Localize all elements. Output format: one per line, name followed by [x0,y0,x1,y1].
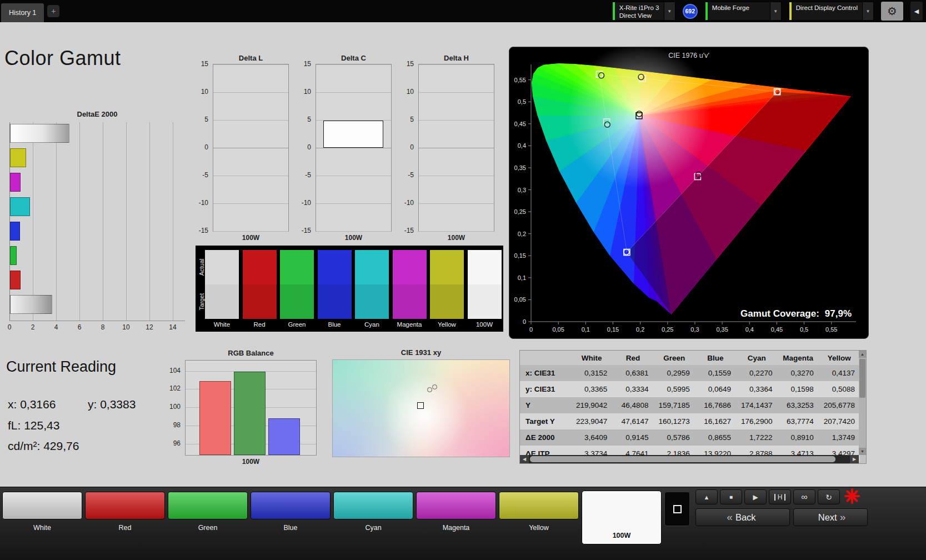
display-control-dropdown[interactable]: Direct Display Control ▼ [789,2,874,21]
next-button[interactable]: Next » [793,508,868,526]
swatch-target-blue [318,284,352,319]
white-swatch [2,492,82,519]
tick-label: 0,1 [582,326,590,333]
gridline [316,203,391,204]
gridline [316,176,391,176]
tick-label: 0 [193,143,208,151]
delta-h-title: Delta H [418,54,494,62]
back-button[interactable]: « Back [695,508,790,526]
table-cell: 63,7774 [777,413,818,429]
pattern-button-blue[interactable]: Blue [251,492,331,532]
swatch-label-cyan: Cyan [355,321,389,328]
source-dropdown[interactable]: Mobile Forge ▼ [705,2,782,21]
horizontal-scroll-thumb[interactable] [530,456,835,462]
row-label: x: CIE31 [520,365,571,381]
deltae2000-xaxis: 02468101214 [9,323,185,331]
pattern-button-100w[interactable]: 100W [582,491,662,544]
tick-label: 6 [74,323,85,331]
up-icon: ▲ [704,494,710,501]
tick-label: 15 [398,60,414,68]
pattern-button-magenta[interactable]: Magenta [416,492,496,532]
chevron-down-icon[interactable]: ▼ [770,2,781,20]
repeat-icon: ↻ [825,493,832,502]
swatch-actual-green [280,250,314,284]
pattern-button-white[interactable]: White [2,492,82,532]
chevron-down-icon[interactable]: ▼ [862,2,873,20]
pause-h-button[interactable]: H [769,489,791,504]
gridline [419,64,494,65]
history-tab[interactable]: History 1 [1,3,44,22]
swatch-target-white [205,284,239,319]
swatch-actual-blue [318,250,352,284]
scroll-up-button[interactable]: ▲ [859,351,866,358]
pause-h-icon: H [774,494,786,501]
pattern-button-cyan[interactable]: Cyan [333,492,413,532]
row-label: y: CIE31 [520,381,571,397]
table-cell: 0,4137 [819,365,860,381]
gamut-coverage: Gamut Coverage:97,9% [740,308,852,319]
delta-c-yaxis: 151050-5-10-15 [296,64,313,232]
tick-label: 0,45 [514,121,526,127]
vertical-scroll-thumb[interactable] [859,359,865,398]
gridline [213,120,288,121]
column-header-magenta: Magenta [777,351,818,365]
rgb-bar-green [234,372,266,455]
swatch-strip: Actual Target WhiteRedGreenBlueCyanMagen… [196,246,503,332]
table-row: x: CIE310,31520,63810,29590,15590,22700,… [520,365,860,381]
current-reading-y: y: 0,3383 [88,398,136,411]
table-cell: 0,9145 [612,429,653,446]
delta-c-xlabel: 100W [316,234,392,242]
up-button[interactable]: ▲ [695,489,718,504]
table-horizontal-scrollbar[interactable]: ◀ ▶ [520,455,859,463]
measured-marker-2 [432,384,437,389]
table-cell: 1,7222 [736,429,777,446]
cie1931-title: CIE 1931 xy [332,348,510,357]
swatch-actual-magenta [393,250,427,284]
tick-label: 0,4 [518,142,526,149]
scroll-down-button[interactable]: ▼ [859,448,866,455]
scroll-left-icon: ◀ [523,457,526,462]
pattern-button-green[interactable]: Green [168,492,248,532]
add-tab-button[interactable]: + [47,5,59,17]
tick-label: 0 [398,143,414,151]
swatch-label-magenta: Magenta [393,321,427,328]
table-cell: 159,7185 [654,397,695,413]
top-bar-controls: X-Rite i1Pro 3 Direct View ▼ 692 Mobile … [612,2,926,21]
table-cell: 160,1273 [654,413,695,429]
tick-label: 0,5 [518,98,526,105]
table-cell: 1,3749 [819,429,860,446]
play-button[interactable]: ▶ [744,489,767,504]
delta-l-plot [213,64,289,232]
measured-marker-1 [427,387,432,392]
rgb-bar-blue [268,418,300,455]
table-cell: 0,1598 [777,381,818,397]
meter-name: X-Rite i1Pro 3 Direct View [615,2,664,20]
scroll-left-button[interactable]: ◀ [520,455,529,463]
gridline [419,92,494,93]
collapse-panel-button[interactable]: ◀ [910,2,923,21]
tick-label: 0,5 [800,326,808,333]
pattern-button-yellow[interactable]: Yellow [499,492,579,532]
chevron-down-icon[interactable]: ▼ [664,2,675,20]
gridline [149,122,150,321]
black-pattern-button[interactable] [664,492,690,526]
swatch-target-magenta [393,284,427,319]
settings-button[interactable]: ⚙ [881,2,903,21]
pattern-button-red[interactable]: Red [85,492,165,532]
continuous-button[interactable]: ∞ [793,489,815,504]
tick-label: 0 [296,143,311,151]
cie1976-title: CIE 1976 u'v' [509,52,868,59]
stop-button[interactable]: ■ [720,489,742,504]
tick-label: 0,55 [514,77,526,83]
gridline [173,122,173,321]
top-bar: History 1 + X-Rite i1Pro 3 Direct View ▼… [0,0,926,22]
delta-h-plot [418,64,494,232]
gridline [213,176,288,176]
table-cell: 0,8910 [777,429,818,446]
delta-h-yaxis: 151050-5-10-15 [398,64,416,232]
table-vertical-scrollbar[interactable]: ▲ ▼ [859,351,866,455]
scroll-right-button[interactable]: ▶ [850,455,859,463]
swatch-actual-100w [468,250,502,284]
meter-dropdown[interactable]: X-Rite i1Pro 3 Direct View ▼ [612,2,675,21]
repeat-button[interactable]: ↻ [818,489,840,504]
